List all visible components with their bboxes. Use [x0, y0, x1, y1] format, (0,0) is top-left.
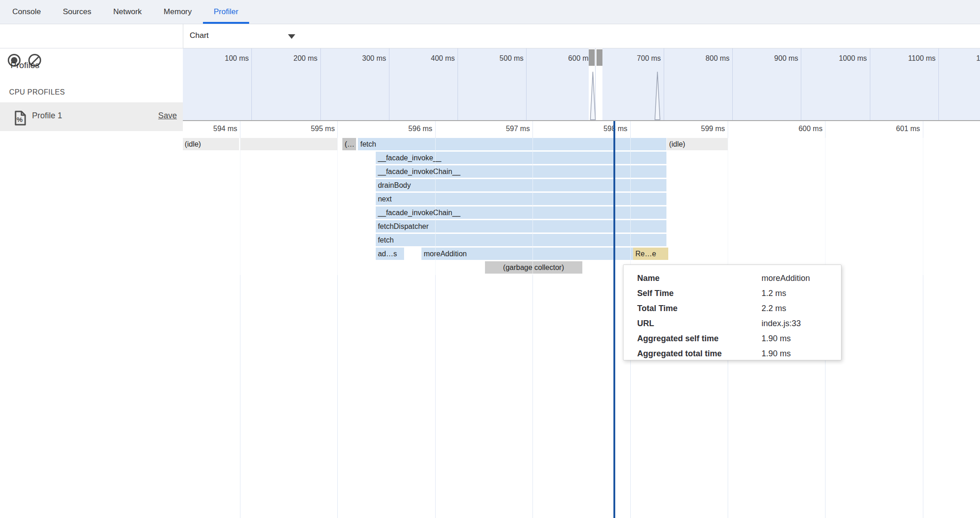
flame-bar[interactable]: drainBody [376, 179, 666, 191]
tooltip-value: index.js:33 [762, 319, 801, 328]
flame-bar[interactable]: ad…s [376, 248, 404, 260]
cpu-profiles-section-label: CPU PROFILES [9, 88, 65, 96]
flame-bar[interactable]: fetch [376, 234, 666, 246]
profile-name: Profile 1 [32, 111, 62, 121]
playhead [613, 121, 615, 518]
tooltip-label: Aggregated self time [637, 331, 762, 346]
flame-ruler-label: 598 ms [554, 125, 628, 134]
flame-gridline-highlight [825, 138, 826, 275]
selection-handle-right[interactable] [597, 49, 602, 66]
flame-bar[interactable] [240, 138, 337, 150]
flame-ruler-label: 599 ms [652, 125, 725, 134]
tooltip-value: 2.2 ms [762, 304, 786, 313]
flame-gridline-highlight [240, 138, 240, 275]
tooltip-value: 1.2 ms [762, 289, 786, 298]
view-select-value: Chart [190, 31, 209, 40]
flame-bar[interactable]: fetchDispatcher [376, 220, 666, 233]
cpu-activity-spikes [183, 48, 980, 120]
tab-sources[interactable]: Sources [52, 0, 102, 24]
tooltip-value: moreAddition [762, 274, 810, 283]
flame-bar[interactable]: next [376, 193, 666, 205]
tooltip-row: URLindex.js:33 [637, 316, 841, 331]
tab-console[interactable]: Console [1, 0, 52, 24]
document-percent-icon: % [14, 111, 26, 126]
tooltip-label: Name [637, 271, 762, 286]
tooltip-label: Self Time [637, 286, 762, 301]
flame-ruler-label: 600 ms [749, 125, 822, 134]
tab-memory[interactable]: Memory [153, 0, 202, 24]
flame-bar[interactable]: (idle) [183, 138, 239, 150]
tab-profiler[interactable]: Profiler [203, 0, 250, 24]
flame-bar[interactable]: fetch [358, 138, 666, 150]
sidebar-title: Profiles [11, 60, 39, 70]
view-select-row: Chart [183, 24, 980, 48]
flame-gridline-highlight [435, 138, 436, 275]
cpu-spike [591, 72, 596, 120]
tooltip-row: Aggregated self time1.90 ms [637, 331, 841, 346]
tooltip-row: Self Time1.2 ms [637, 286, 841, 301]
svg-text:%: % [16, 116, 22, 123]
flame-ruler-label: 595 ms [261, 125, 335, 134]
tooltip-row: Aggregated total time1.90 ms [637, 346, 841, 361]
tab-network[interactable]: Network [102, 0, 153, 24]
flame-chart[interactable]: 594 ms595 ms596 ms597 ms598 ms599 ms600 … [183, 121, 980, 518]
cpu-spike [655, 72, 660, 120]
flame-bar[interactable]: __facade_invokeChain__ [376, 206, 666, 219]
flame-ruler-label: 596 ms [359, 125, 432, 134]
devtools-window: Console Sources Network Memory Profiler … [0, 0, 980, 518]
chevron-down-icon [288, 34, 295, 39]
flame-ruler-label: 594 ms [183, 125, 237, 134]
flame-gridline-highlight [923, 138, 923, 275]
tooltip-value: 1.90 ms [762, 334, 791, 343]
flame-bar[interactable]: (idle) [667, 138, 728, 150]
profiler-toolbar [0, 24, 183, 48]
flame-ruler-label: 597 ms [457, 125, 530, 134]
flame-gridline-highlight [728, 138, 728, 275]
frame-tooltip: NamemoreAddition Self Time1.2 ms Total T… [623, 264, 842, 360]
flame-gridline-highlight [533, 138, 533, 275]
flame-bar[interactable]: moreAddition [421, 248, 633, 260]
tooltip-value: 1.90 ms [762, 349, 791, 358]
profile-list-item[interactable]: % Profile 1 Save [0, 102, 183, 131]
tooltip-label: Aggregated total time [637, 346, 762, 361]
timeline-overview[interactable]: 100 ms200 ms300 ms400 ms500 ms600 ms700 … [183, 48, 980, 121]
flame-bar[interactable]: __facade_invokeChain__ [376, 165, 666, 178]
selection-handle-left[interactable] [589, 49, 595, 66]
tooltip-row: Total Time2.2 ms [637, 301, 841, 316]
save-link[interactable]: Save [158, 111, 177, 121]
flame-gridline-highlight [337, 138, 338, 275]
flame-gridline-highlight [630, 138, 631, 275]
flame-bar[interactable]: __facade_invoke__ [376, 152, 666, 164]
tooltip-row: NamemoreAddition [637, 271, 841, 286]
tab-bar: Console Sources Network Memory Profiler [0, 0, 980, 24]
flame-bar[interactable]: (garbage collector) [485, 261, 582, 274]
tooltip-label: Total Time [637, 301, 762, 316]
tooltip-label: URL [637, 316, 762, 331]
flame-bar[interactable]: (… [342, 138, 356, 150]
flame-bar[interactable]: Re…e [633, 248, 668, 260]
flame-ruler-label: 601 ms [847, 125, 920, 134]
